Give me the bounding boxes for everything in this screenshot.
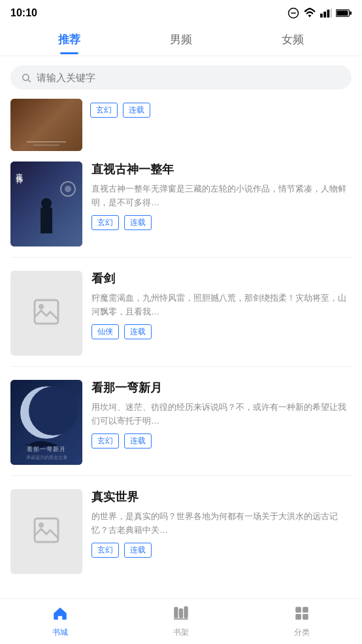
- svg-rect-16: [180, 609, 182, 618]
- book-desc-1: 直视古神一整年无弹窗是三藏的左轮的小说作品，情节紧凑，人物鲜明，是不可多得…: [91, 182, 352, 210]
- book-tags-2: 仙侠 连载: [91, 324, 352, 339]
- book-list: 起点中文网 玄幻 连载: [0, 99, 362, 585]
- svg-rect-4: [327, 10, 330, 18]
- placeholder-icon-2: [31, 296, 62, 330]
- svg-rect-15: [174, 607, 177, 617]
- book-tags-3: 玄幻 连载: [91, 433, 352, 449]
- book-desc-3: 用坎坷、迷茫、彷徨的经历来诉说吗？不，或许有一种新的希望让我们可以寄托于明…: [91, 401, 352, 428]
- svg-rect-21: [295, 614, 301, 620]
- page-content: 起点中文网 玄幻 连载: [0, 65, 362, 644]
- search-icon: [21, 73, 31, 83]
- book-cover-art-1: 直视古神: [10, 161, 82, 246]
- bottom-nav: 书城 书架 分类: [0, 598, 362, 644]
- book-desc-2: 狩魔需渴血，九州恃风雷，照胆撼八荒，那剑绕指柔！灾劫将至，山河飘零，且看我…: [91, 292, 352, 319]
- tab-female[interactable]: 女频: [269, 25, 317, 54]
- svg-point-12: [39, 304, 44, 309]
- status-icons: [288, 7, 352, 19]
- nav-item-category[interactable]: 分类: [241, 605, 362, 638]
- banner-tags: 玄幻 连载: [90, 103, 352, 118]
- book-title-4: 真实世界: [91, 489, 352, 505]
- nav-item-shelf[interactable]: 书架: [121, 605, 242, 638]
- top-tabs: 推荐 男频 女频: [0, 24, 362, 56]
- book-cover-3: 看那一弯新月 承诺远方的思念之著: [10, 380, 82, 465]
- tab-male[interactable]: 男频: [157, 25, 205, 54]
- battery-icon: [336, 8, 352, 18]
- svg-rect-8: [350, 11, 352, 14]
- svg-rect-22: [303, 614, 308, 620]
- book-info-4: 真实世界 的世界，是真实的吗？世界各地为何都有一场关于大洪水的远古记忆？古老典籍…: [91, 489, 352, 558]
- list-item[interactable]: 看剑 狩魔需渴血，九州恃风雷，照胆撼八荒，那剑绕指柔！灾劫将至，山河飘零，且看我…: [10, 271, 352, 367]
- nav-label-bookstore: 书城: [52, 627, 68, 638]
- status-bar: 10:10: [0, 0, 362, 24]
- search-bar[interactable]: [10, 65, 352, 90]
- tag-3-0: 玄幻: [91, 543, 119, 558]
- book-tags-1: 玄幻 连载: [91, 215, 352, 230]
- svg-rect-11: [35, 300, 58, 324]
- book-title-2: 看剑: [91, 271, 352, 286]
- tag-2-1: 连载: [124, 433, 152, 449]
- grid-icon: [293, 605, 310, 624]
- svg-rect-2: [320, 14, 323, 18]
- book-info-1: 直视古神一整年 直视古神一整年无弹窗是三藏的左轮的小说作品，情节紧凑，人物鲜明，…: [91, 161, 352, 230]
- list-item[interactable]: 直视古神 直视古神一整年 直视古神一整年无弹窗是三藏的左轮的小说作品，情节紧凑，…: [10, 161, 352, 258]
- tag-0-0: 玄幻: [91, 215, 119, 230]
- svg-rect-5: [331, 8, 332, 18]
- signal-icon: [320, 8, 332, 18]
- banner-cover: 起点中文网: [10, 99, 82, 151]
- svg-rect-3: [323, 12, 326, 18]
- placeholder-icon-4: [31, 515, 62, 549]
- book-info-2: 看剑 狩魔需渴血，九州恃风雷，照胆撼八荒，那剑绕指柔！灾劫将至，山河飘零，且看我…: [91, 271, 352, 339]
- tag-0-1: 连载: [124, 215, 152, 230]
- svg-point-14: [39, 522, 44, 528]
- book-info-3: 看那一弯新月 用坎坷、迷茫、彷徨的经历来诉说吗？不，或许有一种新的希望让我们可以…: [91, 380, 352, 449]
- banner-item[interactable]: 起点中文网 玄幻 连载: [10, 99, 352, 151]
- home-icon: [52, 605, 69, 624]
- bookshelf-icon: [173, 605, 189, 624]
- banner-book-info: 玄幻 连载: [90, 99, 352, 118]
- book-title-3: 看那一弯新月: [91, 380, 352, 396]
- tab-recommend[interactable]: 推荐: [45, 25, 93, 54]
- book-desc-4: 的世界，是真实的吗？世界各地为何都有一场关于大洪水的远古记忆？古老典籍中关…: [91, 510, 352, 537]
- status-time: 10:10: [10, 7, 37, 19]
- dnd-icon: [288, 7, 299, 19]
- book-cover-2: [10, 271, 82, 356]
- tag-serial: 连载: [123, 103, 150, 118]
- book-cover-art-2: 看那一弯新月 承诺远方的思念之著: [10, 380, 82, 465]
- svg-rect-13: [35, 518, 58, 542]
- svg-point-9: [23, 74, 29, 80]
- svg-rect-20: [303, 607, 308, 613]
- tag-fantasy: 玄幻: [90, 103, 118, 118]
- list-item[interactable]: 真实世界 的世界，是真实的吗？世界各地为何都有一场关于大洪水的远古记忆？古老典籍…: [10, 489, 352, 585]
- search-input[interactable]: [37, 72, 341, 83]
- tag-1-0: 仙侠: [91, 324, 119, 339]
- nav-label-category: 分类: [294, 627, 310, 638]
- tag-3-1: 连载: [124, 543, 152, 558]
- book-cover-4: [10, 489, 82, 574]
- svg-rect-17: [184, 607, 187, 617]
- tag-1-1: 连载: [124, 324, 152, 339]
- book-cover-1: 直视古神: [10, 161, 82, 246]
- svg-rect-19: [295, 607, 301, 613]
- nav-label-shelf: 书架: [173, 627, 189, 638]
- book-tags-4: 玄幻 连载: [91, 543, 352, 558]
- wifi-icon: [303, 8, 316, 18]
- book-title-1: 直视古神一整年: [91, 161, 352, 177]
- moon-shadow: [29, 386, 78, 435]
- svg-line-10: [28, 80, 31, 82]
- nav-item-bookstore[interactable]: 书城: [0, 605, 121, 638]
- svg-rect-7: [337, 10, 348, 16]
- tag-2-0: 玄幻: [91, 433, 119, 449]
- list-item[interactable]: 看那一弯新月 承诺远方的思念之著 看那一弯新月 用坎坷、迷茫、彷徨的经历来诉说吗…: [10, 380, 352, 476]
